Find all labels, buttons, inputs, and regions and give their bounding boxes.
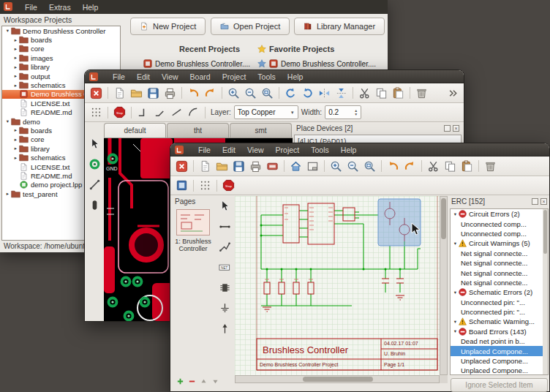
redo-icon[interactable] [402,159,418,174]
save-icon[interactable] [146,86,161,101]
rotate-r-icon[interactable] [300,86,315,101]
menu-help[interactable]: Help [335,143,363,157]
redo-icon[interactable] [203,86,218,101]
home-icon[interactable] [288,159,304,174]
via-green-icon[interactable] [87,156,103,172]
minus-red-icon[interactable] [187,376,197,386]
angle45-icon[interactable] [152,105,167,120]
paste-icon[interactable] [459,159,475,174]
rotate-l-icon[interactable] [283,86,298,101]
erc-item-unconnected-comp[interactable]: Unconnected comp... [451,229,548,238]
cursor-icon[interactable] [87,135,103,151]
menu-view[interactable]: View [156,70,184,83]
schematic-canvas[interactable]: Brushless Controller 04.02.17 01:07 U. B… [235,196,440,375]
layer-select[interactable]: Top Copper ▼ [234,105,298,119]
erc-scrollbar[interactable] [543,209,548,374]
erc-item-board-errors-143[interactable]: ▾Board Errors (143) [451,327,548,336]
erc-item-circuit-warnings-5[interactable]: ▾Circuit Warnings (5) [451,238,548,248]
dock-close-button[interactable]: × [540,198,547,205]
copy-icon[interactable] [442,159,458,174]
expand-down-icon[interactable]: ▾ [452,328,459,334]
copy-icon[interactable] [374,86,389,101]
gnd-icon[interactable] [217,300,233,316]
tree-item-images[interactable]: ▸images [2,53,120,62]
menu-file[interactable]: File [19,1,43,14]
line45-icon[interactable] [87,176,103,192]
undo-icon[interactable] [385,159,401,174]
grid-icon[interactable] [88,105,104,120]
vcc-icon[interactable] [217,320,233,336]
menu-edit[interactable]: Edit [216,143,241,157]
save-icon[interactable] [231,159,246,174]
board-titlebar[interactable]: FileEditViewBoardProjectToolsHelp [85,70,464,83]
erc-item-dead-net-point-in-b[interactable]: Dead net point in b... [451,336,548,346]
erc-item-circuit-errors-2[interactable]: ▾Circuit Errors (2) [451,209,548,219]
new-doc-icon[interactable] [112,86,127,101]
paste-icon[interactable] [391,86,406,101]
overflow-icon[interactable] [445,86,460,101]
erc-item-unconnected-pin[interactable]: Unconnected pin: "... [451,307,548,317]
stop-icon[interactable]: Stop [112,105,127,120]
dock-close-button[interactable]: × [453,125,459,132]
plus-green-icon[interactable] [175,376,185,386]
dock-float-button[interactable] [444,125,451,132]
expand-right-icon[interactable]: ▸ [12,155,19,161]
line-straight-icon[interactable] [169,105,184,120]
library-manager-button[interactable]: Library Manager [294,18,385,35]
expand-right-icon[interactable]: ▸ [12,73,19,79]
expand-down-icon[interactable]: ▾ [452,241,459,246]
erc-item-unplaced-compone[interactable]: Unplaced Compone... [451,366,548,375]
undo-icon[interactable] [186,86,201,101]
menu-tools[interactable]: Tools [252,70,282,83]
menu-file[interactable]: File [192,143,216,157]
trash-icon[interactable] [483,159,498,174]
zoom-fit-icon[interactable] [260,86,275,101]
expand-down-icon[interactable]: ▾ [4,28,11,34]
menu-file[interactable]: File [107,70,131,83]
stop-icon[interactable]: Stop [221,178,236,193]
dock-float-button[interactable] [532,198,538,205]
erc-item-schematic-warning[interactable]: ▾Schematic Warning... [451,317,548,326]
polyline-icon[interactable] [217,238,233,255]
erc-item-net-signal-connecte[interactable]: Net signal connecte... [451,258,548,268]
flip-v-icon[interactable] [334,86,349,101]
close-red-icon[interactable] [88,86,104,101]
zoom-in-icon[interactable] [328,159,344,174]
vertical-scrollbar[interactable] [440,196,448,375]
cut-icon[interactable] [357,86,372,101]
menu-project[interactable]: Project [216,70,252,83]
print-icon[interactable] [162,86,178,101]
netlabel-icon[interactable]: NET [217,259,233,275]
expand-down-icon[interactable]: ▾ [4,118,11,124]
new-doc-icon[interactable] [197,159,213,174]
zoom-out-icon[interactable] [345,159,361,174]
open-folder-icon[interactable] [129,86,144,101]
menu-help[interactable]: Help [282,70,309,83]
expand-right-icon[interactable]: ▸ [12,37,19,43]
arc-icon[interactable] [186,105,201,120]
zoom-fit-icon[interactable] [362,159,377,174]
recent-project-item[interactable]: Demo Brushless Controller.... [143,59,250,68]
width-spinner[interactable]: 0.2 ▲▼ [325,105,361,119]
ignore-selected-item-button[interactable]: Ignore Selected Item [451,378,548,392]
menu-extras[interactable]: Extras [43,1,77,14]
wire-icon[interactable] [217,218,233,234]
expand-right-icon[interactable]: ▸ [12,83,19,88]
page-item-label[interactable]: 1: Brushless Controller [172,238,214,252]
tree-item-demo-brushless-controller[interactable]: ▾Demo Brushless Controller [2,26,120,35]
zoom-out-icon[interactable] [243,86,258,101]
erc-item-unplaced-compone[interactable]: Unplaced Compone... [451,346,548,355]
sheet-blue-icon[interactable] [174,178,189,193]
expand-right-icon[interactable]: ▸ [12,137,19,143]
erc-item-net-signal-connecte[interactable]: Net signal connecte... [451,249,548,258]
expand-right-icon[interactable]: ▸ [12,46,19,52]
tab-smt[interactable]: smt [230,123,292,137]
menu-edit[interactable]: Edit [131,70,156,83]
menu-project[interactable]: Project [270,143,306,157]
scrollbar-thumb[interactable] [441,198,446,239]
page-thumbnail[interactable] [176,209,210,235]
pad-dark-icon[interactable] [87,197,103,213]
cut-icon[interactable] [426,159,441,174]
expand-right-icon[interactable]: ▸ [12,64,19,70]
favorite-project-item[interactable]: Demo Brushless Controller.... [257,59,376,68]
